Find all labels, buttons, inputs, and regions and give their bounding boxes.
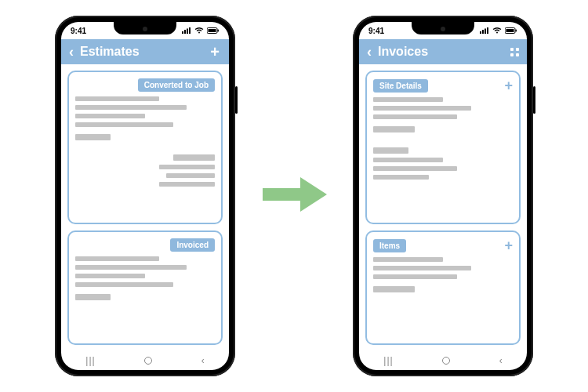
battery-icon bbox=[505, 27, 517, 34]
svg-rect-3 bbox=[189, 27, 191, 34]
phone-notch bbox=[412, 22, 474, 34]
content-area: Site Details + Items bbox=[359, 64, 527, 351]
section-card-site-details: Site Details + bbox=[365, 71, 521, 224]
svg-rect-8 bbox=[263, 188, 300, 201]
flow-arrow-icon bbox=[255, 171, 333, 221]
back-button[interactable]: ‹ bbox=[367, 45, 372, 59]
skeleton-line bbox=[166, 173, 215, 178]
home-button[interactable] bbox=[442, 357, 450, 365]
skeleton-line bbox=[373, 106, 471, 111]
skeleton-line bbox=[373, 266, 471, 270]
section-badge: Site Details bbox=[373, 79, 428, 93]
skeleton-line bbox=[373, 257, 443, 262]
skeleton-line bbox=[75, 256, 159, 261]
svg-rect-13 bbox=[487, 27, 488, 34]
skeleton-line bbox=[373, 114, 457, 119]
skeleton-line bbox=[75, 96, 159, 101]
skeleton-line bbox=[75, 134, 111, 140]
skeleton-line bbox=[373, 97, 443, 102]
phone-mockup-estimates: 9:41 ‹ Estimates + Converted to Job bbox=[55, 16, 235, 376]
svg-rect-1 bbox=[184, 30, 186, 34]
estimate-card[interactable]: Converted to Job bbox=[67, 71, 223, 224]
status-icons bbox=[480, 27, 517, 34]
skeleton-line bbox=[159, 182, 215, 187]
signal-icon bbox=[182, 27, 191, 34]
android-nav-bar: ||| ‹ bbox=[359, 351, 527, 370]
content-area: Converted to Job bbox=[61, 64, 229, 351]
skeleton-line bbox=[373, 166, 457, 171]
signal-icon bbox=[480, 27, 489, 34]
skeleton-line bbox=[373, 147, 408, 154]
status-badge: Converted to Job bbox=[138, 78, 215, 92]
skeleton-line bbox=[75, 122, 173, 127]
wifi-icon bbox=[194, 27, 204, 34]
page-title: Invoices bbox=[378, 45, 504, 59]
back-nav-button[interactable]: ‹ bbox=[201, 355, 205, 366]
skeleton-line bbox=[373, 286, 415, 292]
home-button[interactable] bbox=[144, 357, 152, 365]
skeleton-line bbox=[373, 158, 443, 162]
estimate-card[interactable]: Invoiced bbox=[67, 230, 223, 345]
svg-rect-12 bbox=[485, 29, 486, 34]
page-title: Estimates bbox=[80, 45, 202, 59]
skeleton-line bbox=[75, 274, 145, 278]
phone-notch bbox=[114, 22, 176, 34]
status-time: 9:41 bbox=[368, 27, 384, 35]
section-badge: Items bbox=[373, 239, 406, 252]
skeleton-line bbox=[75, 294, 111, 300]
skeleton-line bbox=[373, 175, 429, 180]
skeleton-line bbox=[373, 274, 457, 279]
add-item-button[interactable]: + bbox=[504, 238, 513, 252]
back-nav-button[interactable]: ‹ bbox=[499, 355, 503, 366]
skeleton-line bbox=[75, 265, 187, 270]
status-time: 9:41 bbox=[71, 27, 86, 35]
phone-mockup-invoices: 9:41 ‹ Invoices Site Details + bbox=[353, 16, 533, 376]
battery-icon bbox=[207, 27, 220, 34]
svg-point-4 bbox=[198, 32, 200, 34]
skeleton-line bbox=[75, 114, 145, 118]
expand-icon[interactable] bbox=[510, 48, 519, 56]
wifi-icon bbox=[492, 27, 502, 34]
skeleton-line bbox=[173, 154, 215, 161]
status-icons bbox=[182, 27, 220, 34]
app-header: ‹ Invoices bbox=[359, 39, 527, 64]
skeleton-line bbox=[75, 105, 187, 110]
svg-rect-16 bbox=[506, 29, 514, 32]
svg-rect-0 bbox=[182, 31, 183, 34]
svg-rect-2 bbox=[187, 29, 188, 34]
section-card-items: Items + bbox=[365, 230, 521, 345]
app-header: ‹ Estimates + bbox=[61, 39, 229, 64]
back-button[interactable]: ‹ bbox=[69, 45, 74, 59]
svg-rect-10 bbox=[480, 31, 481, 34]
svg-rect-17 bbox=[516, 30, 517, 32]
svg-marker-9 bbox=[300, 177, 327, 212]
recents-button[interactable]: ||| bbox=[85, 355, 95, 366]
svg-point-14 bbox=[496, 32, 498, 34]
skeleton-line bbox=[75, 282, 173, 287]
svg-rect-7 bbox=[218, 30, 220, 32]
skeleton-line bbox=[159, 165, 215, 169]
status-badge: Invoiced bbox=[170, 238, 215, 252]
svg-rect-11 bbox=[482, 30, 484, 34]
add-button[interactable]: + bbox=[209, 44, 221, 60]
skeleton-line bbox=[373, 126, 415, 132]
android-nav-bar: ||| ‹ bbox=[61, 351, 229, 370]
recents-button[interactable]: ||| bbox=[383, 355, 393, 366]
add-site-detail-button[interactable]: + bbox=[504, 78, 513, 93]
svg-rect-6 bbox=[209, 29, 216, 32]
